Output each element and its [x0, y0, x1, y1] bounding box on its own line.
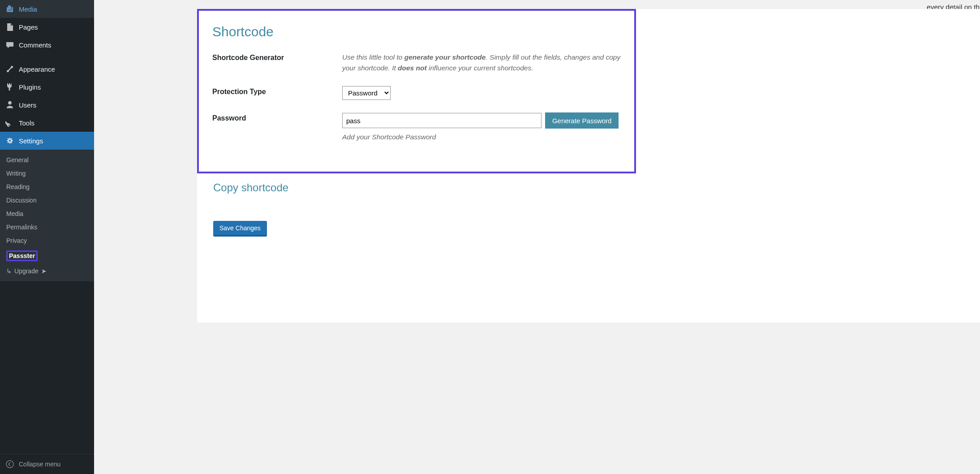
- submenu-item-discussion[interactable]: Discussion: [0, 194, 94, 207]
- hint-strong: does not: [398, 64, 427, 72]
- sidebar-item-tools[interactable]: Tools: [0, 114, 94, 132]
- sidebar-label: Settings: [19, 137, 43, 145]
- collapse-menu[interactable]: Collapse menu: [0, 454, 94, 474]
- submenu-item-privacy[interactable]: Privacy: [0, 234, 94, 247]
- sidebar-item-users[interactable]: Users: [0, 96, 94, 114]
- settings-submenu: General Writing Reading Discussion Media…: [0, 150, 94, 281]
- submenu-item-writing[interactable]: Writing: [0, 167, 94, 180]
- hint-text: influence your current shortcodes.: [427, 64, 533, 72]
- sidebar-label: Appearance: [19, 65, 55, 73]
- sidebar-item-pages[interactable]: Pages: [0, 18, 94, 36]
- password-hint: Add your Shortcode Password: [342, 133, 621, 141]
- collapse-label: Collapse menu: [19, 461, 60, 468]
- generator-row: Shortcode Generator Use this little tool…: [212, 52, 621, 73]
- hint-text: Use this little tool to: [342, 53, 404, 61]
- admin-sidebar: Media Pages Comments Appearance Plugins …: [0, 0, 94, 474]
- copy-shortcode-title: Copy shortcode: [213, 181, 980, 194]
- media-icon: [5, 4, 14, 13]
- sidebar-label: Users: [19, 101, 36, 109]
- sidebar-item-comments[interactable]: Comments: [0, 36, 94, 54]
- hint-strong: generate your shortcode: [404, 53, 486, 61]
- submenu-item-upgrade[interactable]: ↳ Upgrade ➤: [0, 264, 94, 278]
- sidebar-item-appearance[interactable]: Appearance: [0, 60, 94, 78]
- generator-label: Shortcode Generator: [212, 52, 342, 62]
- users-icon: [5, 100, 14, 109]
- settings-icon: [5, 136, 14, 145]
- password-label: Password: [212, 112, 342, 122]
- svg-point-0: [6, 461, 13, 468]
- tools-icon: [5, 118, 14, 127]
- comments-icon: [5, 40, 14, 49]
- submenu-item-general[interactable]: General: [0, 153, 94, 167]
- sidebar-item-plugins[interactable]: Plugins: [0, 78, 94, 96]
- password-row: Password Generate Password Add your Shor…: [212, 112, 621, 141]
- submenu-item-reading[interactable]: Reading: [0, 180, 94, 194]
- submenu-item-permalinks[interactable]: Permalinks: [0, 220, 94, 234]
- save-changes-button[interactable]: Save Changes: [213, 221, 267, 237]
- upgrade-arrow-icon: ↳: [6, 267, 12, 275]
- sidebar-label: Plugins: [19, 83, 41, 91]
- sidebar-label: Media: [19, 5, 37, 13]
- submenu-item-passster[interactable]: Passster: [0, 247, 94, 264]
- protection-type-label: Protection Type: [212, 86, 342, 96]
- sidebar-label: Tools: [19, 119, 34, 127]
- sidebar-item-media[interactable]: Media: [0, 0, 94, 18]
- main-content: every detail on th configuration of p Re…: [94, 0, 980, 474]
- appearance-icon: [5, 65, 14, 73]
- plugins-icon: [5, 82, 14, 91]
- sidebar-label: Pages: [19, 23, 38, 31]
- upgrade-label: Upgrade: [14, 267, 39, 275]
- submenu-item-media[interactable]: Media: [0, 207, 94, 220]
- panel-title: Shortcode: [212, 24, 621, 39]
- sidebar-item-settings[interactable]: Settings: [0, 132, 94, 150]
- generate-password-button[interactable]: Generate Password: [545, 112, 619, 129]
- upgrade-send-icon: ➤: [41, 267, 47, 275]
- pages-icon: [5, 22, 14, 31]
- generator-hint: Use this little tool to generate your sh…: [342, 52, 621, 73]
- collapse-icon: [5, 460, 14, 469]
- password-input[interactable]: [342, 113, 542, 128]
- shortcode-panel: Shortcode Shortcode Generator Use this l…: [197, 9, 636, 173]
- protection-type-row: Protection Type Password: [212, 86, 621, 100]
- passster-label: Passster: [6, 250, 38, 261]
- sidebar-label: Comments: [19, 41, 52, 49]
- protection-type-select[interactable]: Password: [342, 86, 391, 100]
